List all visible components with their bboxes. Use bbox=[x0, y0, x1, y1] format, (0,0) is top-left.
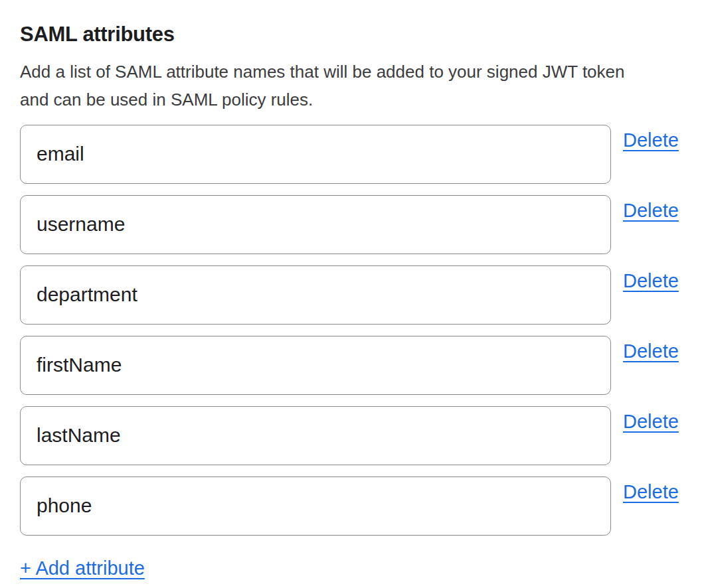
saml-attributes-section: SAML attributes Add a list of SAML attri… bbox=[0, 0, 708, 579]
attribute-row: Delete bbox=[20, 195, 708, 254]
attribute-row: Delete bbox=[20, 265, 708, 325]
attribute-row: Delete bbox=[20, 477, 708, 536]
delete-attribute-link[interactable]: Delete bbox=[623, 200, 679, 222]
attribute-name-input[interactable] bbox=[20, 195, 611, 254]
add-attribute-link[interactable]: + Add attribute bbox=[20, 558, 145, 579]
delete-attribute-link[interactable]: Delete bbox=[623, 411, 679, 433]
attribute-name-input[interactable] bbox=[20, 406, 611, 465]
attribute-row: Delete bbox=[20, 125, 708, 184]
attribute-name-input[interactable] bbox=[20, 477, 611, 536]
section-title: SAML attributes bbox=[20, 23, 708, 46]
attribute-name-input[interactable] bbox=[20, 336, 611, 395]
page: SAML attributes Add a list of SAML attri… bbox=[0, 0, 708, 588]
attribute-row: Delete bbox=[20, 336, 708, 395]
section-description-line-2: and can be used in SAML policy rules. bbox=[20, 86, 708, 113]
attribute-name-input[interactable] bbox=[20, 265, 611, 325]
attribute-row: Delete bbox=[20, 406, 708, 465]
delete-attribute-link[interactable]: Delete bbox=[623, 341, 679, 362]
section-description-line-1: Add a list of SAML attribute names that … bbox=[20, 58, 708, 86]
delete-attribute-link[interactable]: Delete bbox=[623, 271, 679, 292]
delete-attribute-link[interactable]: Delete bbox=[623, 482, 679, 503]
section-description: Add a list of SAML attribute names that … bbox=[20, 58, 708, 113]
attribute-name-input[interactable] bbox=[20, 125, 611, 184]
attribute-list: Delete Delete Delete Delete Delete Delet… bbox=[20, 125, 708, 536]
delete-attribute-link[interactable]: Delete bbox=[623, 130, 679, 151]
